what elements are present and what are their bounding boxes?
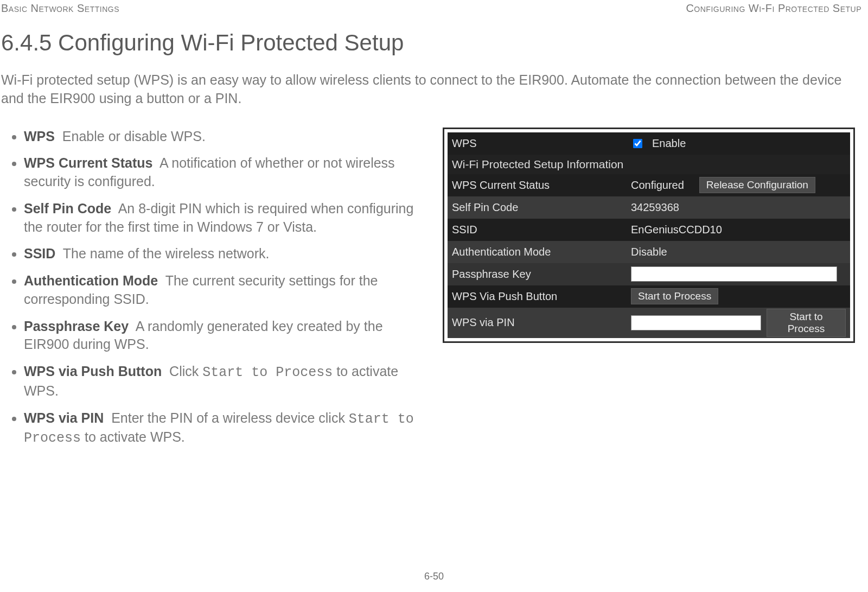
wps-pin-input[interactable] bbox=[631, 315, 761, 330]
passphrase-label: Passphrase Key bbox=[452, 268, 631, 281]
def-code: Start to Process bbox=[202, 365, 333, 380]
def-term: Authentication Mode bbox=[24, 273, 158, 288]
def-term: WPS via PIN bbox=[24, 410, 104, 425]
wps-pin-label: WPS via PIN bbox=[452, 316, 631, 329]
def-term: WPS bbox=[24, 129, 55, 144]
wps-push-start-button[interactable]: Start to Process bbox=[631, 288, 718, 304]
wps-pin-start-button[interactable]: Start to Process bbox=[767, 309, 846, 337]
self-pin-label: Self Pin Code bbox=[452, 201, 631, 214]
def-desc: The name of the wireless network. bbox=[63, 246, 270, 261]
auth-mode-label: Authentication Mode bbox=[452, 246, 631, 258]
page-title: 6.4.5 Configuring Wi-Fi Protected Setup bbox=[1, 30, 868, 56]
status-label: WPS Current Status bbox=[452, 179, 631, 192]
header-left: Basic Network Settings bbox=[1, 2, 119, 15]
wps-enable-label: Enable bbox=[652, 137, 686, 150]
def-pre: Enter the PIN of a wireless device click bbox=[111, 410, 349, 425]
def-pin: Self Pin Code An 8-digit PIN which is re… bbox=[24, 200, 423, 237]
section-title: Wi-Fi Protected Setup Information bbox=[448, 155, 850, 174]
definition-list: WPS Enable or disable WPS. WPS Current S… bbox=[0, 128, 423, 448]
def-wps: WPS Enable or disable WPS. bbox=[24, 128, 423, 146]
def-auth: Authentication Mode The current security… bbox=[24, 272, 423, 309]
auth-mode-value: Disable bbox=[631, 246, 667, 258]
wps-label: WPS bbox=[452, 137, 631, 150]
def-term: Self Pin Code bbox=[24, 201, 111, 216]
def-desc: Enable or disable WPS. bbox=[62, 129, 206, 144]
def-pre: Click bbox=[169, 364, 202, 379]
def-post: to activate WPS. bbox=[81, 429, 185, 444]
self-pin-value: 34259368 bbox=[631, 201, 679, 214]
def-term: WPS Current Status bbox=[24, 155, 153, 170]
intro-paragraph: Wi-Fi protected setup (WPS) is an easy w… bbox=[1, 71, 861, 108]
status-value: Configured bbox=[631, 179, 684, 192]
header-right: Configuring Wi-Fi Protected Setup bbox=[686, 2, 861, 15]
def-ssid: SSID The name of the wireless network. bbox=[24, 245, 423, 263]
def-term: WPS via Push Button bbox=[24, 364, 162, 379]
wps-enable-checkbox[interactable] bbox=[633, 139, 642, 148]
release-configuration-button[interactable]: Release Configuration bbox=[699, 177, 815, 193]
page-number: 6-50 bbox=[424, 571, 444, 582]
def-term: Passphrase Key bbox=[24, 319, 129, 334]
def-push: WPS via Push Button Click Start to Proce… bbox=[24, 362, 423, 400]
ssid-label: SSID bbox=[452, 224, 631, 236]
wps-push-label: WPS Via Push Button bbox=[452, 290, 631, 303]
def-viapin: WPS via PIN Enter the PIN of a wireless … bbox=[24, 409, 423, 448]
def-term: SSID bbox=[24, 246, 55, 261]
def-status: WPS Current Status A notification of whe… bbox=[24, 154, 423, 191]
ssid-value: EnGeniusCCDD10 bbox=[631, 224, 722, 236]
config-panel: WPS Enable Wi-Fi Protected Setup Informa… bbox=[443, 128, 855, 343]
passphrase-input[interactable] bbox=[631, 266, 837, 282]
def-pass: Passphrase Key A randomly generated key … bbox=[24, 317, 423, 354]
